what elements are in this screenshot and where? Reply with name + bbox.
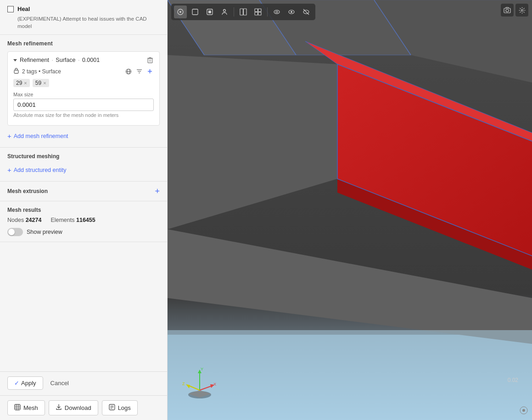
mesh-extrusion-section: Mesh extrusion + xyxy=(0,182,167,201)
show-preview-toggle[interactable] xyxy=(7,228,23,236)
vp-camera-btn[interactable] xyxy=(501,4,514,17)
max-size-input[interactable] xyxy=(13,99,154,111)
add-structured-entity-button[interactable]: + Add structured entity xyxy=(7,164,66,176)
svg-rect-27 xyxy=(208,11,211,13)
download-icon xyxy=(56,404,62,412)
heal-section: Heal (EXPERIMENTAL) Attempt to heal issu… xyxy=(0,0,167,35)
add-extrusion-button[interactable]: + xyxy=(155,187,160,195)
svg-rect-5 xyxy=(14,70,18,73)
mesh-results-section: Mesh results Nodes 24274 Elements 116455… xyxy=(0,201,167,242)
viewport-top-right xyxy=(501,4,528,17)
svg-marker-77 xyxy=(186,384,190,388)
max-size-hint: Absolute max size for the mesh node in m… xyxy=(13,112,154,118)
add-tag-icon-btn[interactable] xyxy=(146,68,154,75)
logs-icon xyxy=(109,404,115,412)
svg-rect-25 xyxy=(192,9,198,15)
left-panel: Heal (EXPERIMENTAL) Attempt to heal issu… xyxy=(0,0,168,420)
vp-eye1-btn[interactable] xyxy=(270,6,283,18)
max-size-group: Max size Absolute max size for the mesh … xyxy=(13,92,154,118)
svg-point-24 xyxy=(179,11,181,13)
vp-box-btn[interactable] xyxy=(189,6,202,18)
lock-icon xyxy=(13,67,19,75)
vp-settings-btn[interactable] xyxy=(515,4,528,17)
svg-point-42 xyxy=(506,9,509,12)
filter-icon-btn[interactable] xyxy=(135,68,143,75)
globe-icon-btn[interactable] xyxy=(124,68,133,75)
scale-value: 0.02 xyxy=(508,377,518,383)
svg-point-43 xyxy=(521,9,523,11)
tag-remove-29[interactable]: × xyxy=(24,80,27,86)
add-entity-icon: + xyxy=(7,166,11,174)
svg-rect-33 xyxy=(255,12,258,16)
vp-select-btn[interactable] xyxy=(174,6,187,18)
tag-chip-59: 59 × xyxy=(33,79,49,87)
vp-person-btn[interactable] xyxy=(218,6,231,18)
svg-point-35 xyxy=(274,10,280,14)
svg-point-36 xyxy=(276,11,278,13)
svg-rect-30 xyxy=(244,9,247,15)
refinement-card: Refinement · Surface · 0.0001 xyxy=(7,51,160,126)
vp-box2-btn[interactable] xyxy=(203,6,216,18)
download-button[interactable]: Download xyxy=(49,400,98,415)
elements-result: Elements 116455 xyxy=(50,217,95,223)
tag-chip-29: 29 × xyxy=(13,79,30,87)
tag-chips: 29 × 59 × xyxy=(13,79,154,87)
max-size-label: Max size xyxy=(13,92,154,97)
vp-grid-btn[interactable] xyxy=(252,6,264,18)
heal-checkbox[interactable] xyxy=(7,6,14,12)
chevron-down-icon[interactable] xyxy=(13,59,17,61)
tags-row: 2 tags • Surface xyxy=(13,67,154,75)
mesh-label: Mesh xyxy=(23,404,38,411)
structured-meshing-section: Structured meshing + Add structured enti… xyxy=(0,148,167,182)
mesh-results-title: Mesh results xyxy=(7,207,160,213)
mesh-refinement-section: Mesh refinement Refinement · Surface · 0… xyxy=(0,35,167,148)
bottom-gizmo xyxy=(519,406,528,416)
tags-count: 2 tags • Surface xyxy=(22,68,61,75)
nodes-result: Nodes 24274 xyxy=(7,217,41,223)
scene-svg xyxy=(168,0,532,420)
mesh-results-row: Nodes 24274 Elements 116455 xyxy=(7,217,160,223)
viewport: Y X Z 0.02 xyxy=(168,0,532,420)
add-mesh-refinement-label: Add mesh refinement xyxy=(14,133,68,139)
heal-label: Heal xyxy=(17,6,30,12)
heal-description: (EXPERIMENTAL) Attempt to heal issues wi… xyxy=(17,15,160,30)
svg-rect-0 xyxy=(148,59,152,63)
structured-meshing-title: Structured meshing xyxy=(7,153,160,160)
mesh-icon xyxy=(14,404,21,412)
svg-rect-34 xyxy=(258,12,262,16)
add-mesh-refinement-button[interactable]: + Add mesh refinement xyxy=(7,130,68,142)
vp-eye2-btn[interactable] xyxy=(285,6,298,18)
svg-rect-67 xyxy=(168,330,532,420)
mesh-button[interactable]: Mesh xyxy=(7,400,45,415)
svg-line-73 xyxy=(200,386,213,390)
panel-content: Heal (EXPERIMENTAL) Attempt to heal issu… xyxy=(0,0,167,371)
svg-point-80 xyxy=(522,409,525,412)
delete-refinement-icon[interactable] xyxy=(146,56,154,64)
add-mesh-refinement-icon: + xyxy=(7,132,11,140)
refinement-title: Refinement · Surface · 0.0001 xyxy=(20,57,100,63)
toggle-thumb xyxy=(8,229,15,235)
vp-split-btn[interactable] xyxy=(237,6,250,18)
apply-button[interactable]: ✓ Apply xyxy=(7,376,43,390)
tag-remove-59[interactable]: × xyxy=(43,80,46,86)
scene-canvas: Y X Z 0.02 xyxy=(168,0,532,420)
svg-rect-32 xyxy=(258,9,262,12)
svg-text:X: X xyxy=(213,382,216,387)
check-icon: ✓ xyxy=(14,380,19,387)
scale-indicator: 0.02 xyxy=(508,377,518,383)
mesh-extrusion-label: Mesh extrusion xyxy=(7,188,48,194)
vp-eye3-btn[interactable] xyxy=(300,6,313,18)
apply-label: Apply xyxy=(21,380,36,387)
viewport-toolbar xyxy=(171,4,315,20)
logs-button[interactable]: Logs xyxy=(102,400,138,415)
svg-text:Y: Y xyxy=(201,367,203,371)
show-preview-label: Show preview xyxy=(27,229,62,235)
cancel-button[interactable]: Cancel xyxy=(47,377,73,389)
logs-label: Logs xyxy=(118,404,131,411)
svg-text:Z: Z xyxy=(182,381,185,386)
axes-indicator: Y X Z xyxy=(181,365,218,402)
svg-rect-29 xyxy=(240,9,243,15)
toolbar-divider2 xyxy=(267,7,268,17)
svg-rect-14 xyxy=(15,404,20,410)
svg-point-38 xyxy=(291,11,292,13)
